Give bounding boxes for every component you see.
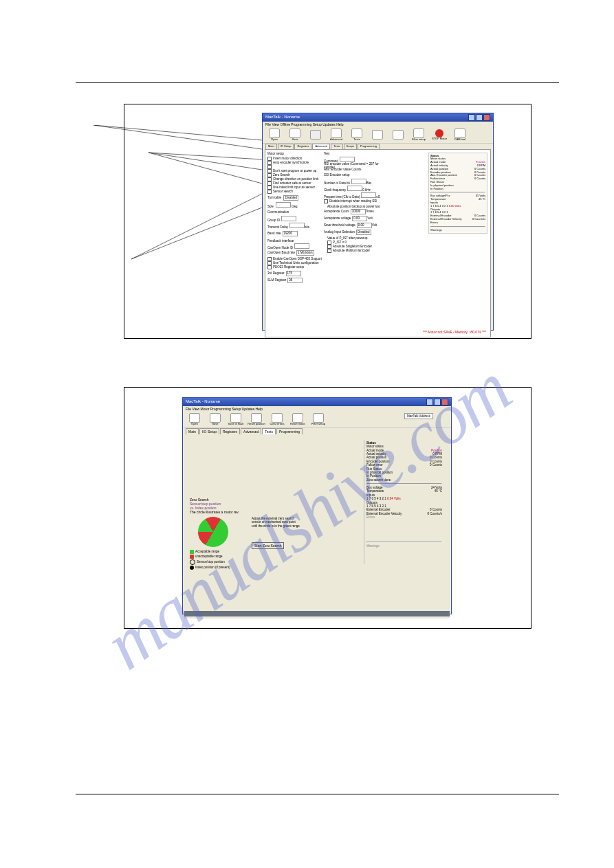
bits-row: Number of Data bitBits — [324, 179, 371, 185]
abs-backup-label: Absolute position backup at power lost — [327, 205, 380, 208]
legend-unacceptable: unacceptable range — [190, 555, 300, 559]
tab-registers[interactable]: Registers — [294, 144, 311, 149]
disk-icon — [210, 413, 221, 423]
tab-programming[interactable]: Programming — [358, 144, 380, 149]
baud-input[interactable]: 19200 — [283, 231, 298, 236]
svg-line-3 — [149, 153, 262, 170]
titlebar: MacTalk - Noname — [263, 113, 493, 122]
toolbar-stop[interactable]: STOP Motor — [430, 129, 448, 141]
legend-sensor: Sensor/stop position — [190, 559, 300, 565]
toolbar-7[interactable] — [389, 130, 407, 140]
tab2-prog[interactable]: Programming — [276, 428, 303, 434]
svg-line-4 — [149, 153, 262, 183]
slm-reg-row: SLM Register35 — [267, 278, 303, 283]
menubar[interactable]: File View Offline Programming Setup Upda… — [263, 122, 493, 127]
flash-icon — [230, 413, 241, 423]
tb2-save[interactable]: Save — [206, 413, 224, 426]
canopen-baud-input[interactable]: 1 Mb kbit/s — [296, 250, 314, 256]
filter-icon — [413, 129, 424, 138]
swatch-red-icon — [190, 555, 194, 559]
start-zero-button[interactable]: Start Zero Search — [252, 542, 284, 549]
tab-main[interactable]: Main — [265, 144, 277, 149]
toolbar-filter[interactable]: Filter setup — [410, 129, 428, 142]
dot-icon — [190, 566, 194, 570]
menubar2[interactable]: File View Motor Programming Setup Update… — [183, 406, 451, 412]
ext-vel-row: External Encoder Velocity 0 Counts/s — [430, 218, 485, 221]
tabs: Main IO Setup Registers Advanced Tests S… — [263, 144, 493, 149]
docs-icon — [310, 130, 321, 140]
close-icon[interactable] — [483, 114, 490, 121]
toolbar-5[interactable]: Tests — [348, 129, 366, 142]
abs-enc-row: Abs. Encoder value Counts — [324, 168, 362, 171]
analog-row: Analog Input SelectionDisabled — [324, 230, 371, 235]
turntable-row: Turn table Disabled — [267, 195, 298, 201]
toolbar-3[interactable] — [307, 130, 325, 140]
txdelay-input[interactable] — [289, 223, 305, 228]
bottom-rule — [76, 794, 559, 794]
canopen-baud-row: CanOpen Baud rate1 Mb kbit/s — [267, 250, 314, 256]
prepare-row: Prepare time (Clk to Data)uS — [324, 192, 380, 199]
status-panel-2: Status Motor status Actual modePosition … — [364, 440, 444, 564]
toolbar2: Open Save Save in flash Reset position C… — [183, 412, 451, 428]
pie-chart-icon — [198, 517, 228, 547]
groupid-input[interactable] — [281, 216, 296, 221]
command-input[interactable] — [340, 157, 355, 162]
tb2-open[interactable]: Open — [186, 413, 204, 426]
tb2-resetmotor[interactable]: Reset motor — [289, 413, 307, 426]
chk-sensor-search[interactable]: Sensor search — [267, 190, 293, 194]
toolbar-6[interactable] — [369, 130, 386, 140]
svg-line-2 — [149, 153, 262, 159]
tab2-reg[interactable]: Registers — [220, 428, 240, 434]
motor-icon — [393, 130, 404, 140]
cam-icon — [454, 129, 465, 138]
canopen-node-input[interactable] — [294, 243, 309, 249]
chk-disable-irq[interactable]: Disable interrupt when reading SSI — [324, 199, 377, 203]
canopen-node-row: CanOpen Node ID — [267, 243, 309, 249]
mactalk-address[interactable]: MacTalk Address — [404, 413, 433, 419]
motor-icon — [292, 413, 303, 423]
size-label: Size — [267, 205, 274, 208]
tab2-adv[interactable]: Advanced — [241, 428, 261, 434]
turntable-value[interactable]: Disabled — [283, 195, 298, 201]
opt-multi[interactable]: Absolute Multiturn Encoder — [327, 249, 370, 253]
folder-icon — [189, 413, 200, 423]
close-icon[interactable] — [441, 399, 448, 405]
tb2-saveflash[interactable]: Save in flash — [227, 413, 245, 426]
advanced-pane: Motor setup Invert motor direction Auto … — [265, 149, 491, 337]
tab2-tests[interactable]: Tests — [262, 428, 276, 434]
accept-count-row: Acceptance Count10000Times — [324, 209, 374, 214]
svg-line-1 — [94, 125, 262, 149]
tab2-io[interactable]: I/O Setup — [199, 428, 219, 434]
legend-index: Index position (if present) — [190, 566, 300, 570]
chk-pdo23[interactable]: PDO23 Register setup — [267, 265, 304, 269]
toolbar-cam[interactable]: CAM tool — [451, 129, 469, 142]
txdelay-row: Transmit Delaybits — [267, 223, 309, 229]
tab2-main[interactable]: Main — [186, 428, 199, 434]
toolbar: Open Save Advanced Tests Filter setup ST… — [263, 127, 493, 144]
status-panel: Status Motor status Actual mode Position… — [428, 153, 487, 234]
status-row-8: In Position — [430, 188, 485, 191]
clear-errors-icon — [272, 413, 283, 423]
figure-1: MacTalk - Noname File View Offline Progr… — [124, 104, 531, 339]
chk-auto-enc[interactable]: Auto encoder synchronize — [267, 161, 309, 165]
size-input[interactable] — [276, 202, 291, 208]
toolbar-4[interactable]: Advanced — [327, 129, 345, 142]
tb2-clearerr[interactable]: Clear errors — [268, 413, 286, 426]
tab-iosetup[interactable]: IO Setup — [278, 144, 294, 149]
minimize-icon[interactable] — [468, 114, 475, 121]
minimize-icon[interactable] — [426, 399, 433, 405]
toolbar-save[interactable]: Save — [286, 129, 304, 142]
swatch-green-icon — [190, 550, 194, 554]
leader-lines — [94, 125, 262, 263]
tab-scope[interactable]: Scope — [344, 144, 357, 149]
zero-sub3: The circle illustrates a motor rev. — [190, 510, 300, 514]
maximize-icon[interactable] — [476, 114, 483, 121]
tb2-filter[interactable]: Filter setup — [309, 413, 327, 426]
tb2-resetpos[interactable]: Reset position — [248, 413, 265, 426]
mactalk-window-2: MacTalk - Noname File View Motor Program… — [182, 397, 452, 614]
groupid-row: Group ID — [267, 216, 296, 222]
tab-tests[interactable]: Tests — [331, 144, 342, 149]
tab-advanced[interactable]: Advanced — [312, 144, 330, 149]
toolbar-open[interactable]: Open — [265, 129, 283, 142]
maximize-icon[interactable] — [434, 399, 441, 405]
